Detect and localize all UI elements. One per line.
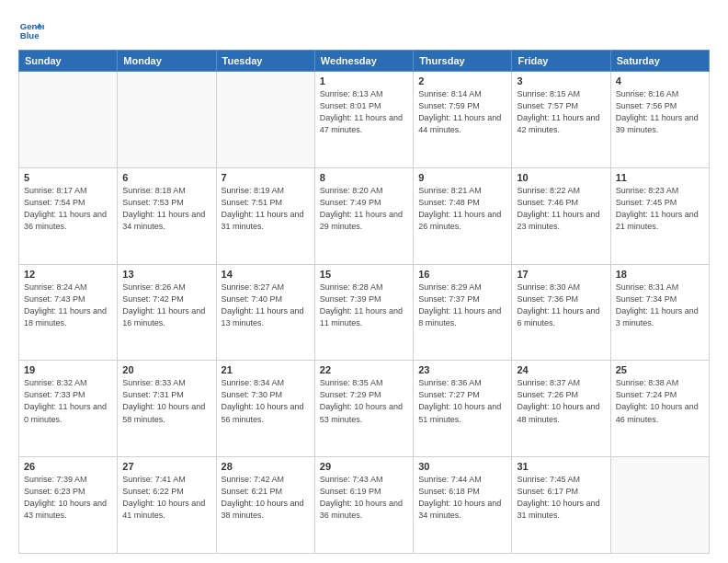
day-number: 13 <box>122 269 210 280</box>
day-info: Sunrise: 8:23 AM Sunset: 7:45 PM Dayligh… <box>616 185 704 233</box>
day-info: Sunrise: 8:28 AM Sunset: 7:39 PM Dayligh… <box>320 282 408 329</box>
weekday-header: SundayMondayTuesdayWednesdayThursdayFrid… <box>19 51 710 72</box>
day-cell: 4Sunrise: 8:16 AM Sunset: 7:56 PM Daylig… <box>610 72 709 168</box>
day-cell: 25Sunrise: 8:38 AM Sunset: 7:24 PM Dayli… <box>610 361 709 457</box>
weekday-sunday: Sunday <box>19 51 118 72</box>
day-cell: 21Sunrise: 8:34 AM Sunset: 7:30 PM Dayli… <box>216 361 314 457</box>
day-cell: 13Sunrise: 8:26 AM Sunset: 7:42 PM Dayli… <box>118 264 216 361</box>
day-cell <box>19 72 118 168</box>
day-cell: 27Sunrise: 7:41 AM Sunset: 6:22 PM Dayli… <box>118 457 216 554</box>
week-row-0: 1Sunrise: 8:13 AM Sunset: 8:01 PM Daylig… <box>19 72 710 168</box>
day-info: Sunrise: 8:31 AM Sunset: 7:34 PM Dayligh… <box>616 282 704 329</box>
day-info: Sunrise: 8:33 AM Sunset: 7:31 PM Dayligh… <box>122 377 210 425</box>
day-cell <box>610 457 709 554</box>
day-cell <box>216 72 314 168</box>
day-number: 2 <box>418 75 506 86</box>
day-info: Sunrise: 8:26 AM Sunset: 7:42 PM Dayligh… <box>122 282 210 329</box>
day-cell: 6Sunrise: 8:18 AM Sunset: 7:53 PM Daylig… <box>118 167 216 264</box>
calendar-page: General Blue SundayMondayTuesdayWednesda… <box>0 0 728 563</box>
day-number: 8 <box>320 172 408 183</box>
weekday-monday: Monday <box>118 51 216 72</box>
day-cell: 19Sunrise: 8:32 AM Sunset: 7:33 PM Dayli… <box>19 361 118 457</box>
day-cell: 15Sunrise: 8:28 AM Sunset: 7:39 PM Dayli… <box>314 264 413 361</box>
day-info: Sunrise: 7:45 AM Sunset: 6:17 PM Dayligh… <box>517 474 605 522</box>
day-number: 24 <box>517 364 605 375</box>
day-number: 4 <box>616 75 704 86</box>
day-cell: 29Sunrise: 7:43 AM Sunset: 6:19 PM Dayli… <box>314 457 413 554</box>
day-cell: 3Sunrise: 8:15 AM Sunset: 7:57 PM Daylig… <box>512 72 610 168</box>
day-info: Sunrise: 8:35 AM Sunset: 7:29 PM Dayligh… <box>320 377 408 425</box>
day-info: Sunrise: 8:29 AM Sunset: 7:37 PM Dayligh… <box>418 282 506 329</box>
day-info: Sunrise: 8:16 AM Sunset: 7:56 PM Dayligh… <box>616 88 704 136</box>
day-number: 16 <box>418 269 506 280</box>
day-info: Sunrise: 8:13 AM Sunset: 8:01 PM Dayligh… <box>320 88 408 136</box>
day-number: 17 <box>517 269 605 280</box>
day-number: 22 <box>320 364 408 375</box>
calendar-table: SundayMondayTuesdayWednesdayThursdayFrid… <box>18 50 710 554</box>
day-info: Sunrise: 7:41 AM Sunset: 6:22 PM Dayligh… <box>122 474 210 522</box>
svg-text:Blue: Blue <box>20 30 40 40</box>
day-cell: 24Sunrise: 8:37 AM Sunset: 7:26 PM Dayli… <box>512 361 610 457</box>
logo: General Blue <box>18 17 48 42</box>
day-cell: 26Sunrise: 7:39 AM Sunset: 6:23 PM Dayli… <box>19 457 118 554</box>
day-number: 21 <box>222 364 310 375</box>
week-row-2: 12Sunrise: 8:24 AM Sunset: 7:43 PM Dayli… <box>19 264 710 361</box>
day-info: Sunrise: 8:17 AM Sunset: 7:54 PM Dayligh… <box>24 185 112 233</box>
day-cell: 7Sunrise: 8:19 AM Sunset: 7:51 PM Daylig… <box>216 167 314 264</box>
day-cell: 2Sunrise: 8:14 AM Sunset: 7:59 PM Daylig… <box>414 72 512 168</box>
day-number: 3 <box>517 75 605 86</box>
day-cell: 8Sunrise: 8:20 AM Sunset: 7:49 PM Daylig… <box>314 167 413 264</box>
day-info: Sunrise: 7:42 AM Sunset: 6:21 PM Dayligh… <box>222 474 310 522</box>
day-number: 29 <box>320 461 408 472</box>
day-number: 28 <box>222 461 310 472</box>
day-cell: 20Sunrise: 8:33 AM Sunset: 7:31 PM Dayli… <box>118 361 216 457</box>
day-cell <box>118 72 216 168</box>
day-cell: 12Sunrise: 8:24 AM Sunset: 7:43 PM Dayli… <box>19 264 118 361</box>
day-number: 12 <box>24 269 112 280</box>
week-row-1: 5Sunrise: 8:17 AM Sunset: 7:54 PM Daylig… <box>19 167 710 264</box>
day-info: Sunrise: 8:36 AM Sunset: 7:27 PM Dayligh… <box>418 377 506 425</box>
day-info: Sunrise: 7:39 AM Sunset: 6:23 PM Dayligh… <box>24 474 112 522</box>
day-info: Sunrise: 8:38 AM Sunset: 7:24 PM Dayligh… <box>616 377 704 425</box>
day-info: Sunrise: 8:20 AM Sunset: 7:49 PM Dayligh… <box>320 185 408 233</box>
day-number: 15 <box>320 269 408 280</box>
day-number: 9 <box>418 172 506 183</box>
day-cell: 16Sunrise: 8:29 AM Sunset: 7:37 PM Dayli… <box>414 264 512 361</box>
day-cell: 30Sunrise: 7:44 AM Sunset: 6:18 PM Dayli… <box>414 457 512 554</box>
day-cell: 22Sunrise: 8:35 AM Sunset: 7:29 PM Dayli… <box>314 361 413 457</box>
day-number: 25 <box>616 364 704 375</box>
calendar-body: 1Sunrise: 8:13 AM Sunset: 8:01 PM Daylig… <box>19 72 710 554</box>
day-number: 11 <box>616 172 704 183</box>
weekday-wednesday: Wednesday <box>314 51 413 72</box>
day-info: Sunrise: 7:43 AM Sunset: 6:19 PM Dayligh… <box>320 474 408 522</box>
day-number: 5 <box>24 172 112 183</box>
day-info: Sunrise: 8:32 AM Sunset: 7:33 PM Dayligh… <box>24 377 112 425</box>
day-number: 7 <box>222 172 310 183</box>
day-cell: 1Sunrise: 8:13 AM Sunset: 8:01 PM Daylig… <box>314 72 413 168</box>
day-number: 14 <box>222 269 310 280</box>
day-info: Sunrise: 8:15 AM Sunset: 7:57 PM Dayligh… <box>517 88 605 136</box>
day-number: 20 <box>122 364 210 375</box>
day-info: Sunrise: 8:21 AM Sunset: 7:48 PM Dayligh… <box>418 185 506 233</box>
day-info: Sunrise: 8:24 AM Sunset: 7:43 PM Dayligh… <box>24 282 112 329</box>
day-number: 10 <box>517 172 605 183</box>
week-row-3: 19Sunrise: 8:32 AM Sunset: 7:33 PM Dayli… <box>19 361 710 457</box>
day-info: Sunrise: 8:18 AM Sunset: 7:53 PM Dayligh… <box>122 185 210 233</box>
day-number: 19 <box>24 364 112 375</box>
day-number: 6 <box>122 172 210 183</box>
day-cell: 18Sunrise: 8:31 AM Sunset: 7:34 PM Dayli… <box>610 264 709 361</box>
day-number: 18 <box>616 269 704 280</box>
day-info: Sunrise: 8:34 AM Sunset: 7:30 PM Dayligh… <box>222 377 310 425</box>
day-cell: 10Sunrise: 8:22 AM Sunset: 7:46 PM Dayli… <box>512 167 610 264</box>
week-row-4: 26Sunrise: 7:39 AM Sunset: 6:23 PM Dayli… <box>19 457 710 554</box>
day-info: Sunrise: 8:22 AM Sunset: 7:46 PM Dayligh… <box>517 185 605 233</box>
weekday-saturday: Saturday <box>610 51 709 72</box>
day-number: 30 <box>418 461 506 472</box>
day-info: Sunrise: 8:27 AM Sunset: 7:40 PM Dayligh… <box>222 282 310 329</box>
day-info: Sunrise: 7:44 AM Sunset: 6:18 PM Dayligh… <box>418 474 506 522</box>
day-cell: 28Sunrise: 7:42 AM Sunset: 6:21 PM Dayli… <box>216 457 314 554</box>
day-info: Sunrise: 8:19 AM Sunset: 7:51 PM Dayligh… <box>222 185 310 233</box>
day-number: 26 <box>24 461 112 472</box>
day-cell: 17Sunrise: 8:30 AM Sunset: 7:36 PM Dayli… <box>512 264 610 361</box>
day-number: 23 <box>418 364 506 375</box>
